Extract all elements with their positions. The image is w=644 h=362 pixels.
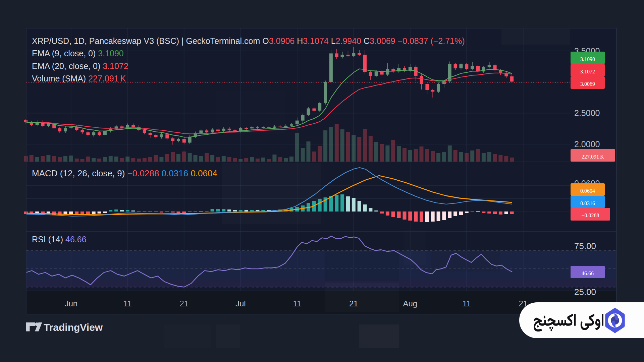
svg-text:75.00: 75.00 (574, 241, 596, 251)
svg-text:EMA (20, close, 0) 3.1072: EMA (20, close, 0) 3.1072 (32, 61, 128, 71)
svg-text:RSI (14) 46.66: RSI (14) 46.66 (32, 235, 87, 244)
svg-text:3.1072: 3.1072 (580, 69, 595, 74)
svg-text:11: 11 (293, 299, 301, 308)
svg-text:−0.0288: −0.0288 (581, 213, 599, 218)
svg-text:25.00: 25.00 (574, 287, 596, 297)
svg-text:EMA (9, close, 0) 3.1090: EMA (9, close, 0) 3.1090 (32, 49, 124, 58)
svg-text:46.66: 46.66 (582, 270, 594, 276)
svg-text:11: 11 (123, 299, 132, 308)
svg-text:3.0069: 3.0069 (580, 81, 595, 87)
svg-text:0.0316: 0.0316 (580, 200, 595, 206)
svg-text:11: 11 (463, 299, 471, 308)
svg-text:21: 21 (179, 299, 189, 308)
svg-text:Volume (SMA) 227.091 K: Volume (SMA) 227.091 K (32, 74, 126, 83)
svg-text:Jul: Jul (235, 299, 246, 308)
svg-text:3.1090: 3.1090 (580, 56, 595, 62)
svg-text:2.0000: 2.0000 (574, 139, 600, 149)
svg-text:XRP/USD, 1D, Pancakeswap V3 (B: XRP/USD, 1D, Pancakeswap V3 (BSC) | Geck… (32, 36, 465, 46)
svg-text:0.0604: 0.0604 (580, 188, 595, 194)
svg-text:Jun: Jun (64, 299, 77, 308)
svg-text:21: 21 (349, 299, 358, 308)
svg-text:227.091 K: 227.091 K (582, 154, 604, 160)
svg-text:TradingView: TradingView (44, 322, 103, 333)
svg-text:MACD (12, 26, close, 9) −0.02: MACD (12, 26, close, 9) −0.0288 0.0316 0… (32, 168, 217, 178)
svg-text:Aug: Aug (403, 299, 417, 308)
svg-text:2.5000: 2.5000 (574, 108, 600, 118)
